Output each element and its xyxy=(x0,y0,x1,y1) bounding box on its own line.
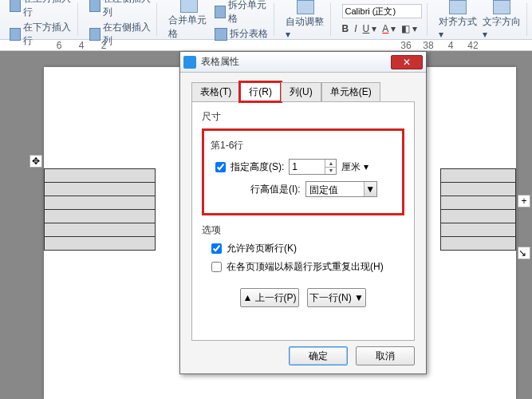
chevron-down-icon[interactable]: ▼ xyxy=(364,182,376,196)
unit-selector[interactable]: 厘米 ▾ xyxy=(341,160,368,174)
allow-break-label: 允许跨页断行(K) xyxy=(227,242,297,255)
align-group: 对齐方式 ▾ 文字方向 ▾ xyxy=(434,3,527,36)
split-table[interactable]: 拆分表格 xyxy=(215,27,269,41)
app-logo-icon xyxy=(183,56,196,69)
close-button[interactable]: ✕ xyxy=(391,55,423,69)
rows-range-label: 第1-6行 xyxy=(211,139,396,152)
next-row-button[interactable]: 下一行(N) ▼ xyxy=(307,288,366,307)
insert-rows-group: 在上方插入行 在下方插入行 xyxy=(5,3,78,36)
insert-row-above-icon xyxy=(10,0,21,12)
spinner-down-icon[interactable]: ▼ xyxy=(325,168,336,175)
auto-fit-label: 自动调整 ▾ xyxy=(286,15,325,40)
options-section-label: 选项 xyxy=(202,223,404,237)
split-cells-icon xyxy=(215,6,226,18)
font-name-select[interactable] xyxy=(342,4,422,18)
background-table-right[interactable] xyxy=(440,169,516,251)
text-direction[interactable]: 文字方向 ▾ xyxy=(483,0,522,40)
dialog-body: 表格(T) 行(R) 列(U) 单元格(E) 尺寸 第1-6行 指定高度(S):… xyxy=(180,73,426,350)
row-height-is-label: 行高值是(I): xyxy=(250,183,301,196)
table-resize-handle[interactable]: ↘ xyxy=(518,247,530,259)
table-add-handle[interactable]: + xyxy=(518,195,530,207)
ruler-tick: 36 xyxy=(395,40,417,51)
dialog-title: 表格属性 xyxy=(201,55,391,69)
specify-height-checkbox[interactable] xyxy=(215,162,226,172)
alignment-icon xyxy=(449,0,467,14)
repeat-header-checkbox[interactable] xyxy=(211,262,222,272)
dialog-footer: 确定 取消 xyxy=(289,346,415,365)
height-spinner[interactable]: ▲▼ xyxy=(289,159,337,175)
split-cells[interactable]: 拆分单元格 xyxy=(215,0,269,26)
cancel-button[interactable]: 取消 xyxy=(356,346,415,365)
allow-break-checkbox[interactable] xyxy=(211,243,222,254)
auto-fit[interactable]: 自动调整 ▾ xyxy=(286,0,325,40)
merge-cells-label: 合并单元格 xyxy=(168,14,210,41)
row-height-is-combo[interactable]: 固定值 ▼ xyxy=(305,181,377,197)
height-input[interactable] xyxy=(290,160,325,174)
insert-cols-group: 在左侧插入列 在右侧插入列 xyxy=(85,3,158,36)
ruler-tick: 38 xyxy=(417,40,439,51)
ruler-tick: 6 xyxy=(48,40,70,51)
table-move-handle[interactable]: ✥ xyxy=(30,155,42,168)
row-height-is-value: 固定值 xyxy=(306,182,364,196)
tab-cell[interactable]: 单元格(E) xyxy=(321,82,380,101)
font-color-button[interactable]: A ▾ xyxy=(382,23,396,35)
ruler-tick: 42 xyxy=(462,40,484,51)
tab-column[interactable]: 列(U) xyxy=(281,82,321,101)
alignment-label: 对齐方式 ▾ xyxy=(439,15,478,40)
highlight-button[interactable]: ◧ ▾ xyxy=(401,23,417,35)
text-direction-icon xyxy=(493,0,510,14)
highlighted-size-frame: 第1-6行 指定高度(S): ▲▼ 厘米 ▾ 行高值是(I): 固定值 ▼ xyxy=(202,128,404,215)
insert-col-left-label: 在左侧插入列 xyxy=(103,0,152,19)
background-table-left[interactable] xyxy=(44,169,156,251)
split-table-label: 拆分表格 xyxy=(230,27,268,41)
insert-row-below-icon xyxy=(10,28,21,41)
tab-content-row: 尺寸 第1-6行 指定高度(S): ▲▼ 厘米 ▾ 行高值是(I): 固定值 xyxy=(191,101,415,341)
ruler-tick: 4 xyxy=(70,40,93,51)
underline-button[interactable]: U ▾ xyxy=(363,23,377,35)
specify-height-label: 指定高度(S): xyxy=(231,160,284,174)
options-group: 允许跨页断行(K) 在各页顶端以标题行形式重复出现(H) xyxy=(207,242,404,274)
insert-col-left-icon xyxy=(89,0,100,12)
ruler: 6 4 2 36 38 4 42 xyxy=(0,40,532,51)
spinner-up-icon[interactable]: ▲ xyxy=(325,160,336,168)
text-direction-label: 文字方向 ▾ xyxy=(483,15,522,40)
merge-cells-icon xyxy=(180,0,198,13)
row-nav-buttons: ▲ 上一行(P) 下一行(N) ▼ xyxy=(202,288,404,307)
auto-fit-icon xyxy=(297,0,314,14)
table-properties-dialog: 表格属性 ✕ 表格(T) 行(R) 列(U) 单元格(E) 尺寸 第1-6行 指… xyxy=(179,51,427,374)
tab-table[interactable]: 表格(T) xyxy=(191,82,240,101)
font-group: B I U ▾ A ▾ ◧ ▾ xyxy=(337,3,428,36)
tab-row[interactable]: 行(R) xyxy=(240,82,281,101)
split-cells-label: 拆分单元格 xyxy=(228,0,269,26)
format-row: B I U ▾ A ▾ ◧ ▾ xyxy=(342,23,422,35)
merge-group: 合并单元格 拆分单元格 拆分表格 xyxy=(164,3,274,36)
size-section-label: 尺寸 xyxy=(202,110,404,124)
repeat-header-label: 在各页顶端以标题行形式重复出现(H) xyxy=(227,260,384,274)
alignment[interactable]: 对齐方式 ▾ xyxy=(439,0,478,40)
insert-col-right-icon xyxy=(89,28,100,41)
insert-col-left[interactable]: 在左侧插入列 xyxy=(89,0,152,19)
ruler-tick: 2 xyxy=(93,40,115,51)
split-table-icon xyxy=(215,28,227,41)
dialog-tabs: 表格(T) 行(R) 列(U) 单元格(E) xyxy=(191,82,415,101)
ribbon: 在上方插入行 在下方插入行 在左侧插入列 在右侧插入列 合并单元格 拆分单元格 … xyxy=(0,0,532,40)
insert-row-above[interactable]: 在上方插入行 xyxy=(10,0,73,19)
insert-row-above-label: 在上方插入行 xyxy=(23,0,73,19)
autofit-group: 自动调整 ▾ xyxy=(281,3,331,36)
ruler-tick: 4 xyxy=(439,40,462,51)
dialog-titlebar[interactable]: 表格属性 ✕ xyxy=(180,52,426,73)
bold-button[interactable]: B xyxy=(342,23,349,35)
italic-button[interactable]: I xyxy=(354,23,357,35)
prev-row-button[interactable]: ▲ 上一行(P) xyxy=(240,288,299,307)
merge-cells[interactable]: 合并单元格 xyxy=(168,0,210,41)
ok-button[interactable]: 确定 xyxy=(289,346,348,365)
